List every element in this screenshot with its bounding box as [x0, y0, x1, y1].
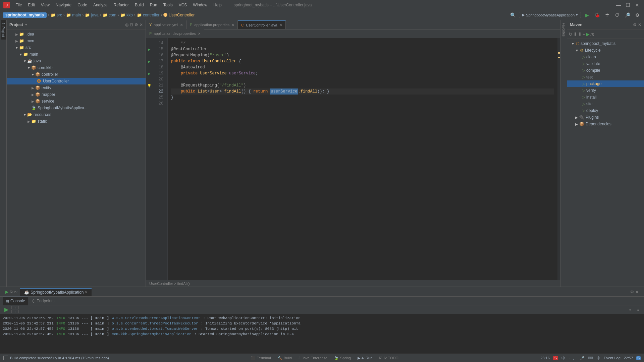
maven-test[interactable]: ▷ test — [567, 74, 644, 80]
locate-file-icon[interactable]: ◎ — [125, 22, 128, 27]
profile-button[interactable]: ⏱ — [613, 11, 621, 19]
maven-refresh-icon[interactable]: ↻ — [569, 32, 573, 37]
close-tab-yml-icon[interactable]: ✕ — [180, 23, 183, 27]
debug-button[interactable]: 🐞 — [593, 11, 601, 19]
close-tab-dev-icon[interactable]: ✕ — [198, 32, 201, 36]
menu-file[interactable]: File — [13, 2, 24, 8]
tree-springbootapp-file[interactable]: 🍃 SpringbootMybatisApplica... — [7, 105, 146, 111]
fold-icon[interactable]: « — [627, 306, 634, 313]
maven-download-icon[interactable]: ⬇ — [573, 32, 577, 37]
maven-deploy[interactable]: ▷ deploy — [567, 107, 644, 114]
tree-java-folder[interactable]: ▼ ☕ java — [7, 58, 146, 64]
status-tab-java-enterprise[interactable]: J Java Enterprise — [295, 354, 331, 362]
breadcrumb-java[interactable]: 📁 java — [85, 13, 98, 17]
tree-comkkb-folder[interactable]: ▼ 📦 com.kkb — [7, 64, 146, 71]
close-tab-usercontroller-icon[interactable]: ✕ — [279, 23, 282, 27]
menu-view[interactable]: View — [38, 2, 52, 8]
maven-project-root[interactable]: ▼ ⬡ springboot_mybatis — [567, 40, 644, 47]
tree-entity-folder[interactable]: ▶ 📦 entity — [7, 84, 146, 91]
close-panel-icon[interactable]: ✕ — [140, 22, 143, 27]
menu-build[interactable]: Build — [132, 2, 147, 8]
breadcrumb-src[interactable]: 📁 src — [51, 13, 62, 17]
tab-application-properties[interactable]: P application.properties ✕ — [186, 20, 238, 29]
status-tab-build[interactable]: 🔨 Build — [274, 354, 295, 362]
run-config-selector[interactable]: ▶ SpringbootMybatisApplication ▾ — [519, 12, 581, 18]
status-tab-todo[interactable]: ☑ 6: TODO — [376, 354, 402, 362]
maven-install[interactable]: ▷ install — [567, 94, 644, 101]
maven-lifecycle-section[interactable]: ▼ ⚙ Lifecycle — [567, 47, 644, 54]
menu-code[interactable]: Code — [75, 2, 90, 8]
maven-settings-icon[interactable]: ⚙ — [633, 22, 637, 27]
maven-verify[interactable]: ▷ verify — [567, 87, 644, 94]
breadcrumb-controller[interactable]: 📁 controller — [137, 13, 160, 17]
run-with-coverage-button[interactable]: ☂ — [603, 11, 611, 19]
status-tab-run[interactable]: ▶ 4: Run — [354, 354, 376, 362]
maven-close-icon[interactable]: ✕ — [638, 22, 641, 27]
minimize-button[interactable]: — — [615, 2, 622, 8]
tree-usercontroller-file[interactable]: 🅒 UserController — [7, 78, 146, 84]
maven-dependencies-section[interactable]: ▶ 📦 Dependencies — [567, 121, 644, 127]
gutter-15-run-icon[interactable]: ▶ — [146, 46, 153, 52]
menu-edit[interactable]: Edit — [25, 2, 38, 8]
settings-icon[interactable]: ⚙ — [633, 11, 641, 19]
favorites-tab[interactable]: Favorites — [561, 20, 566, 39]
maven-clean[interactable]: ▷ clean — [567, 54, 644, 60]
maven-plugins-section[interactable]: ▶ 🔌 Plugins — [567, 114, 644, 121]
tab-application-dev-properties[interactable]: P application-dev.properties ✕ — [146, 29, 204, 38]
breadcrumb-usercontroller[interactable]: 🅒 UserController — [163, 13, 195, 17]
breadcrumb-com[interactable]: 📁 com — [103, 13, 116, 17]
gutter-19-run-icon[interactable]: ▶ — [146, 70, 153, 76]
tab-application-yml[interactable]: Y application.yml ✕ — [146, 20, 186, 29]
scroll-up-icon[interactable]: ↑ — [11, 306, 19, 309]
scroll-down-icon[interactable]: ↓ — [11, 310, 19, 313]
maven-validate[interactable]: ▷ validate — [567, 60, 644, 67]
endpoints-tab[interactable]: ⬡ Endpoints — [29, 297, 57, 305]
console-output[interactable]: 2020-11-06 22:42:56.759 INFO 13136 --- [… — [0, 314, 644, 354]
code-content[interactable]: */ @RestController @RequestMapping("/use… — [168, 38, 557, 280]
maven-package[interactable]: ▷ package — [567, 80, 644, 87]
tree-idea-folder[interactable]: ▶ 📁 .idea — [7, 31, 146, 38]
console-tab[interactable]: ▤ Console — [3, 297, 28, 305]
menu-tools[interactable]: Tools — [161, 2, 175, 8]
tree-static-folder[interactable]: ▶ 📁 static — [7, 118, 146, 125]
tree-mvn-folder[interactable]: ▶ 📁 .mvn — [7, 38, 146, 44]
gutter-17-run-icon[interactable]: ▶ — [146, 58, 153, 64]
menu-refactor[interactable]: Refactor — [111, 2, 131, 8]
console-run-button[interactable]: ▶ — [2, 306, 11, 313]
maven-add-icon[interactable]: + — [583, 32, 585, 37]
bottom-tab-springbootapp[interactable]: ☕ SpringbootMybatisApplication ✕ — [20, 288, 92, 296]
tree-resources-folder[interactable]: ▼ 📂 resources — [7, 111, 146, 118]
tree-mapper-folder[interactable]: ▶ 📦 mapper — [7, 91, 146, 98]
tree-service-folder[interactable]: ▶ 📦 service — [7, 98, 146, 105]
maximize-button[interactable]: ❐ — [625, 2, 631, 8]
collapse-all-icon[interactable]: ⊟ — [130, 22, 133, 27]
tab-usercontroller[interactable]: C UserController.java ✕ — [238, 20, 286, 29]
menu-window[interactable]: Window — [190, 2, 210, 8]
maven-m-icon[interactable]: m — [590, 32, 594, 37]
panel-tab-project[interactable]: 1: Project — [1, 20, 6, 40]
event-log-label[interactable]: Event Log — [604, 356, 621, 360]
breadcrumb-kkb[interactable]: 📁 kkb — [120, 13, 133, 17]
maven-run-icon[interactable]: ▶ — [586, 32, 590, 37]
menu-navigate[interactable]: Navigate — [53, 2, 74, 8]
menu-run[interactable]: Run — [147, 2, 160, 8]
search-everywhere-icon[interactable]: 🔍 — [509, 11, 517, 19]
maven-site[interactable]: ▷ site — [567, 101, 644, 107]
panel-settings-icon[interactable]: ⚙ — [135, 22, 138, 27]
panel-close-icon[interactable]: ✕ — [635, 290, 639, 294]
breadcrumb-main[interactable]: 📁 main — [66, 13, 81, 17]
menu-vcs[interactable]: VCS — [176, 2, 190, 8]
close-tab-props-icon[interactable]: ✕ — [231, 23, 234, 27]
panel-settings-icon[interactable]: ⚙ — [630, 290, 634, 294]
tree-src-folder[interactable]: ▼ 📁 src — [7, 44, 146, 51]
tree-main-folder[interactable]: ▼ 📁 main — [7, 51, 146, 58]
menu-help[interactable]: Help — [211, 2, 224, 8]
status-tab-spring[interactable]: 🍃 Spring — [331, 354, 354, 362]
menu-analyze[interactable]: Analyze — [91, 2, 110, 8]
maven-download-sources-icon[interactable]: ⬇ — [578, 32, 582, 37]
run-button[interactable]: ▶ — [583, 11, 591, 19]
unfold-icon[interactable]: » — [635, 306, 642, 313]
search-icon[interactable]: 🔎 — [623, 11, 631, 19]
close-run-tab-icon[interactable]: ✕ — [85, 290, 88, 294]
tree-controller-folder[interactable]: ▼ 📦 controller — [7, 71, 146, 78]
